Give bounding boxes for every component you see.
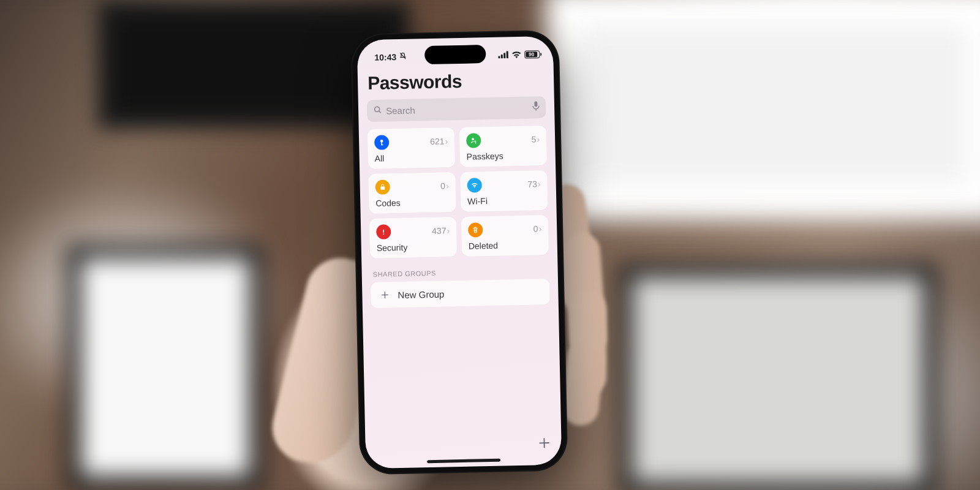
chevron-right-icon: › [446, 181, 449, 190]
wifi-icon [511, 51, 521, 58]
tile-all[interactable]: 621› All [368, 127, 455, 169]
wifi-icon [467, 178, 481, 192]
chevron-right-icon: › [538, 179, 541, 189]
svg-point-12 [475, 141, 476, 142]
tile-label: Security [377, 241, 450, 253]
category-grid: 621› All 5› Passkeys [368, 126, 549, 258]
chevron-right-icon: › [537, 134, 540, 144]
cellular-signal-icon [498, 51, 508, 58]
alert-icon [376, 224, 391, 239]
new-group-label: New Group [398, 288, 444, 300]
add-button[interactable] [537, 435, 552, 453]
tile-codes[interactable]: 0› Codes [368, 172, 456, 214]
tile-label: Wi-Fi [467, 195, 541, 206]
new-group-row[interactable]: New Group [371, 279, 550, 308]
tile-label: Deleted [469, 239, 542, 251]
svg-rect-3 [507, 51, 508, 58]
trash-icon [468, 222, 483, 237]
chevron-right-icon: › [538, 224, 541, 233]
tile-passkeys[interactable]: 5› Passkeys [459, 126, 547, 167]
plus-icon [379, 289, 390, 300]
svg-rect-10 [382, 145, 383, 145]
silent-mode-icon [399, 52, 407, 62]
svg-rect-0 [498, 56, 500, 59]
svg-rect-6 [534, 101, 537, 107]
tile-deleted[interactable]: 0› Deleted [461, 215, 549, 257]
tile-count: 437 [432, 225, 447, 235]
chevron-right-icon: › [447, 225, 450, 235]
status-time: 10:43 [374, 52, 396, 62]
svg-line-5 [379, 111, 381, 113]
battery-level: 90 [526, 51, 537, 57]
svg-rect-1 [501, 55, 503, 59]
tile-count: 73 [527, 179, 537, 189]
dynamic-island [424, 45, 486, 64]
shared-groups-header: SHARED GROUPS [373, 267, 547, 278]
key-icon [374, 135, 389, 149]
background-frame [67, 245, 263, 490]
tile-label: Passkeys [467, 150, 540, 162]
battery-icon: 90 [524, 50, 540, 59]
search-icon [373, 105, 382, 116]
svg-rect-14 [383, 230, 384, 233]
tile-label: Codes [375, 197, 449, 208]
home-indicator[interactable] [427, 459, 500, 464]
search-input[interactable] [386, 102, 529, 116]
tile-count: 0 [440, 181, 445, 190]
svg-point-8 [380, 140, 383, 143]
tile-count: 0 [533, 224, 538, 233]
tile-count: 5 [532, 134, 537, 144]
lock-clock-icon [375, 179, 390, 194]
tile-count: 621 [430, 136, 445, 146]
svg-point-15 [383, 233, 384, 235]
svg-point-11 [472, 138, 474, 140]
tile-security[interactable]: 437› Security [369, 217, 457, 258]
dictation-icon[interactable] [532, 101, 540, 113]
tile-label: All [375, 152, 448, 164]
search-field[interactable] [367, 96, 546, 122]
person-key-icon [466, 133, 481, 148]
phone-frame: 10:43 90 Passwords [350, 30, 568, 475]
svg-rect-13 [380, 186, 385, 189]
svg-rect-2 [503, 53, 505, 58]
page-title: Passwords [368, 69, 545, 94]
background-frame [545, 0, 980, 221]
svg-point-4 [374, 107, 379, 111]
chevron-right-icon: › [445, 136, 448, 146]
phone-screen: 10:43 90 Passwords [357, 36, 562, 469]
tile-wifi[interactable]: 73› Wi-Fi [460, 170, 548, 212]
